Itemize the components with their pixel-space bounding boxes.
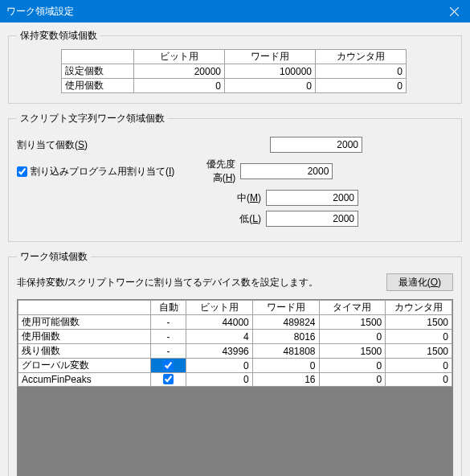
priority-hi-input[interactable] <box>240 163 333 179</box>
alloc-label: 割り当て個数(S) <box>17 138 161 152</box>
priority-hi-label: 優先度高(H) <box>200 158 240 185</box>
workarea-legend: ワーク領域個数 <box>17 250 91 264</box>
retain-vars-group: 保持変数領域個数 ビット用 ワード用 カウンタ用 設定個数 20000 1000… <box>8 29 462 104</box>
table-row: 使用可能個数 - 44000 489824 1500 1500 <box>18 315 452 330</box>
col-counter: カウンタ用 <box>316 50 407 64</box>
workarea-note: 非保持変数/スクリプトワークに割り当てるデバイス数を設定します。 <box>17 276 318 289</box>
col-word: ワード用 <box>225 50 316 64</box>
interrupt-label: 割り込みプログラム用割り当て(I) <box>31 165 174 178</box>
table-row: 使用個数 0 0 0 <box>62 79 407 93</box>
script-legend: スクリプト文字列ワーク領域個数 <box>17 112 168 125</box>
auto-checkbox-cell[interactable] <box>151 373 186 387</box>
col-timer: タイマ用 <box>319 301 386 315</box>
priority-mid-input[interactable] <box>266 190 358 206</box>
table-row: 残り個数 - 43996 481808 1500 1500 <box>18 344 452 359</box>
close-icon <box>450 7 459 16</box>
workarea-group: ワーク領域個数 非保持変数/スクリプトワークに割り当てるデバイス数を設定します。… <box>8 250 462 476</box>
window-title: ワーク領域設定 <box>6 5 74 18</box>
alloc-input[interactable] <box>270 137 362 153</box>
retain-table: ビット用 ワード用 カウンタ用 設定個数 20000 100000 0 使用個数… <box>61 49 407 93</box>
col-bit2: ビット用 <box>186 301 253 315</box>
optimize-button[interactable]: 最適化(O) <box>386 273 453 291</box>
titlebar: ワーク領域設定 <box>0 0 470 23</box>
priority-lo-label: 低(L) <box>226 212 266 226</box>
col-word2: ワード用 <box>252 301 319 315</box>
priority-mid-label: 中(M) <box>226 191 266 205</box>
retain-legend: 保持変数領域個数 <box>17 29 100 43</box>
table-row: グローバル変数 0 0 0 0 <box>18 359 452 373</box>
col-counter2: カウンタ用 <box>386 301 452 315</box>
grid-empty-area <box>18 387 452 476</box>
close-button[interactable] <box>438 0 470 23</box>
script-string-group: スクリプト文字列ワーク領域個数 割り当て個数(S) 割り込みプログラム用割り当て… <box>8 112 462 242</box>
table-row: 設定個数 20000 100000 0 <box>62 64 407 79</box>
table-row: AccumFinPeaks 0 16 0 0 <box>18 373 452 387</box>
table-row: 使用個数 - 4 8016 0 0 <box>18 330 452 344</box>
col-auto: 自動 <box>151 301 186 315</box>
workarea-table: 自動 ビット用 ワード用 タイマ用 カウンタ用 使用可能個数 - 44000 4… <box>18 300 452 387</box>
interrupt-checkbox[interactable] <box>17 166 27 177</box>
priority-lo-input[interactable] <box>266 211 358 227</box>
auto-checkbox[interactable] <box>163 360 174 371</box>
workarea-table-wrap: 自動 ビット用 ワード用 タイマ用 カウンタ用 使用可能個数 - 44000 4… <box>17 299 453 476</box>
col-bit: ビット用 <box>134 50 225 64</box>
auto-checkbox[interactable] <box>163 374 174 384</box>
auto-checkbox-cell[interactable] <box>151 359 186 373</box>
